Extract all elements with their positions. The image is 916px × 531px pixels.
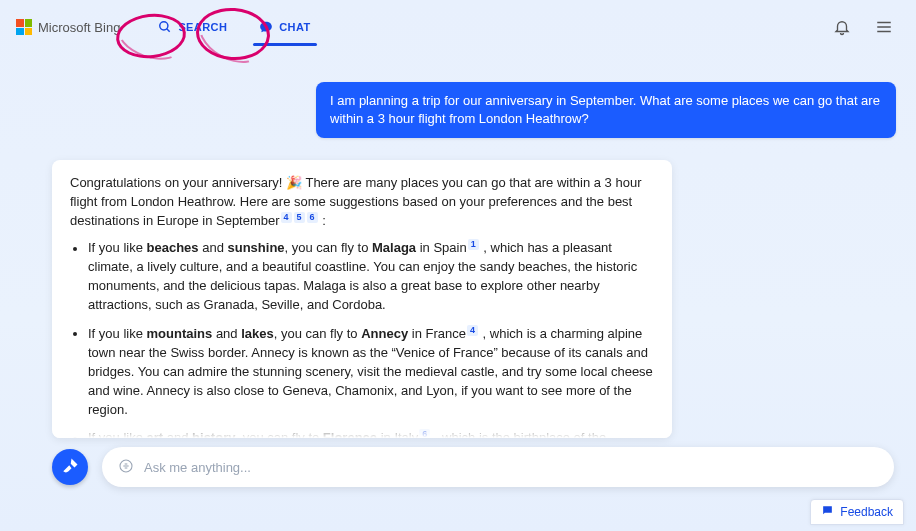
top-header: Microsoft Bing SEARCH CHAT [0,0,916,54]
notifications-icon[interactable] [830,15,854,39]
tab-chat[interactable]: CHAT [257,14,312,40]
bot-intro-a: Congratulations on your anniversary! [70,175,286,190]
search-icon [158,20,172,34]
user-message-bubble: I am planning a trip for our anniversary… [316,82,896,138]
bot-response-card: Congratulations on your anniversary! 🎉 T… [52,160,672,438]
tab-search-label: SEARCH [178,21,227,33]
brand[interactable]: Microsoft Bing [16,19,120,35]
user-message-text: I am planning a trip for our anniversary… [330,93,880,126]
microsoft-logo-icon [16,19,32,35]
citation[interactable]: 4 [467,325,478,336]
list-item: If you like mountains and lakes, you can… [88,325,654,420]
keyboard-icon [118,458,134,477]
svg-line-1 [167,29,170,32]
ask-input[interactable] [144,460,878,475]
fade-overlay [52,420,672,438]
party-popper-icon: 🎉 [286,175,302,190]
citation[interactable]: 1 [468,239,479,250]
citation[interactable]: 6 [307,212,318,223]
brand-text: Microsoft Bing [38,20,120,35]
citation[interactable]: 4 [281,212,292,223]
tab-search[interactable]: SEARCH [156,14,229,40]
tab-chat-label: CHAT [279,21,310,33]
chat-main: I am planning a trip for our anniversary… [0,54,916,438]
feedback-button[interactable]: Feedback [810,499,904,525]
ask-box[interactable] [102,447,894,487]
chat-icon [259,20,273,34]
svg-point-0 [160,22,168,30]
mode-tabs: SEARCH CHAT [156,14,312,40]
broom-icon [61,457,79,478]
compose-row [52,447,894,487]
hamburger-menu-icon[interactable] [872,15,896,39]
feedback-icon [821,504,834,520]
citation[interactable]: 5 [294,212,305,223]
suggestion-list: If you like beaches and sunshine, you ca… [88,239,654,438]
feedback-label: Feedback [840,505,893,519]
list-item: If you like beaches and sunshine, you ca… [88,239,654,315]
new-topic-button[interactable] [52,449,88,485]
